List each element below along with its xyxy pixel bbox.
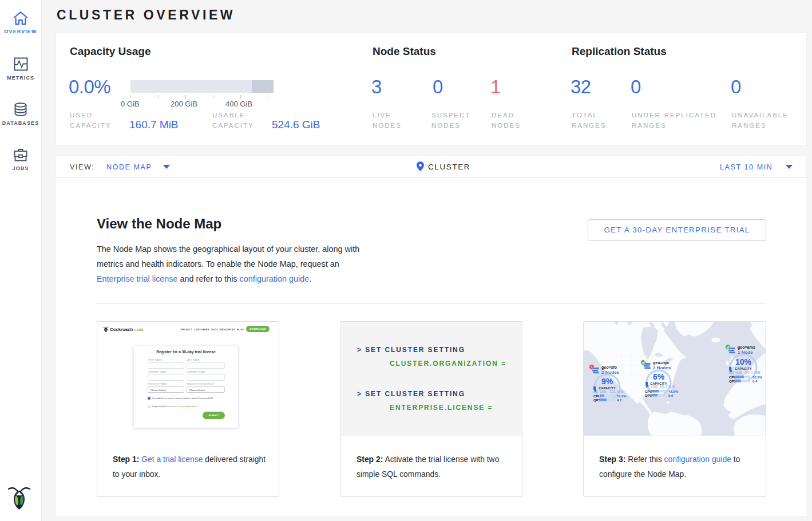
svg-text:0.0: 0.0 [668, 394, 674, 397]
svg-text:151 GiB: 151 GiB [609, 389, 624, 393]
svg-text:CPU: CPU [729, 376, 736, 379]
svg-text:42.5%: 42.5% [668, 390, 679, 393]
svg-text:QPS: QPS [729, 380, 736, 383]
svg-text:3.2 GiB: 3.2 GiB [593, 389, 607, 393]
svg-text:3.7 GiB: 3.7 GiB [644, 385, 658, 389]
svg-text:3.6 GiB: 3.6 GiB [728, 370, 742, 374]
svg-text:4.7: 4.7 [617, 398, 622, 402]
svg-text:34.4 GiB: 34.4 GiB [745, 370, 761, 374]
svg-text:2 Nodes: 2 Nodes [653, 365, 671, 370]
svg-text:CPU: CPU [645, 390, 652, 393]
svg-text:CPU: CPU [593, 394, 601, 398]
svg-text:10%: 10% [735, 357, 752, 366]
svg-text:geo=ams: geo=ams [738, 345, 755, 350]
svg-text:geo=nyc: geo=nyc [653, 361, 670, 365]
svg-text:geo=sfo: geo=sfo [601, 365, 617, 370]
svg-text:11.0%: 11.0% [617, 394, 627, 398]
svg-text:53.3%: 53.3% [752, 376, 763, 379]
svg-text:9%: 9% [601, 377, 613, 386]
svg-text:QPS: QPS [645, 394, 652, 397]
svg-text:6%: 6% [653, 372, 665, 381]
svg-text:0.4: 0.4 [752, 380, 758, 383]
svg-text:65.7 GiB: 65.7 GiB [660, 385, 676, 389]
svg-text:QPS: QPS [593, 398, 601, 402]
svg-text:!: ! [591, 365, 592, 369]
